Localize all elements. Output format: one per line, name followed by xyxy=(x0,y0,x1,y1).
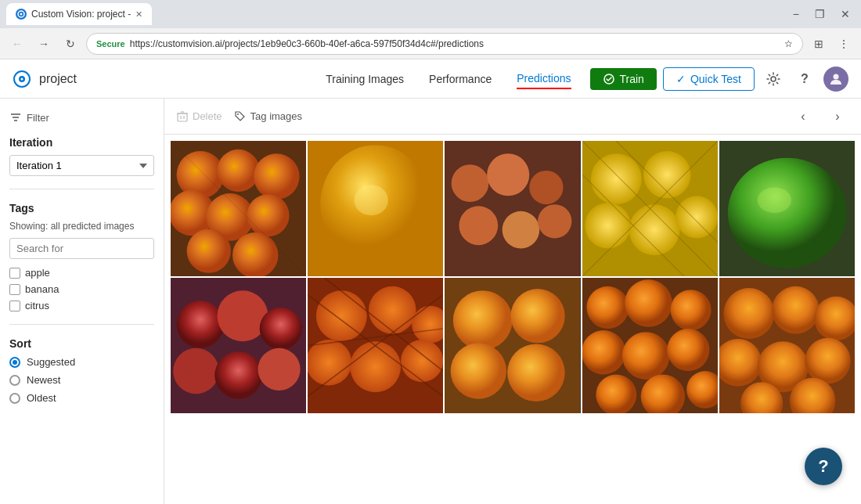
svg-point-24 xyxy=(187,229,231,273)
tag-checkbox-apple[interactable] xyxy=(9,268,20,279)
window-controls: − ❐ ✕ xyxy=(788,6,855,22)
svg-point-48 xyxy=(728,158,847,268)
image-cell-5[interactable] xyxy=(719,141,855,276)
prev-page-button[interactable]: ‹ xyxy=(792,106,814,128)
tag-item-citrus[interactable]: citrus xyxy=(9,300,154,311)
sort-section-title: Sort xyxy=(9,337,154,350)
quick-test-button[interactable]: ✓ Quick Test xyxy=(663,67,755,91)
iteration-select[interactable]: Iteration 1 Iteration 2 xyxy=(9,155,154,176)
image-cell-9[interactable] xyxy=(582,278,718,413)
app-logo-icon xyxy=(13,70,31,88)
svg-point-54 xyxy=(173,348,218,394)
tab-favicon xyxy=(16,9,27,20)
sort-oldest[interactable]: Oldest xyxy=(9,392,154,404)
svg-point-77 xyxy=(582,330,625,374)
app-logo: project xyxy=(13,70,77,88)
svg-point-20 xyxy=(254,153,299,199)
filter-label: Filter xyxy=(27,112,49,124)
tab-close-button[interactable]: ✕ xyxy=(135,9,142,20)
tab-title: Custom Vision: project - xyxy=(31,9,131,20)
gear-icon xyxy=(766,72,780,86)
user-icon xyxy=(829,72,843,86)
image-cell-8[interactable] xyxy=(445,278,580,413)
help-fab-button[interactable]: ? xyxy=(805,448,842,485)
refresh-button[interactable]: ↻ xyxy=(59,33,81,55)
browser-action-buttons: ⊞ ⋮ xyxy=(808,33,855,55)
header-actions: Train ✓ Quick Test ? xyxy=(590,67,849,92)
svg-point-89 xyxy=(805,338,850,383)
tag-label-apple: apple xyxy=(25,267,50,279)
svg-point-19 xyxy=(218,149,260,192)
tag-icon xyxy=(235,111,246,122)
image-cell-10[interactable] xyxy=(719,278,855,413)
image-cell-7[interactable] xyxy=(308,278,443,413)
url-text: https://customvision.ai/projects/1eb9e0c… xyxy=(130,38,780,49)
tag-checkbox-citrus[interactable] xyxy=(9,301,20,311)
minimize-button[interactable]: − xyxy=(788,6,804,22)
image-cell-3[interactable] xyxy=(445,141,580,276)
nav-bar: ← → ↻ Secure https://customvision.ai/pro… xyxy=(0,28,861,59)
svg-point-56 xyxy=(258,348,300,391)
nav-training-images[interactable]: Training Images xyxy=(326,70,404,88)
svg-point-41 xyxy=(629,204,679,255)
tag-label-citrus: citrus xyxy=(25,300,49,311)
svg-point-16 xyxy=(237,113,239,115)
svg-point-6 xyxy=(771,77,776,81)
close-button[interactable]: ✕ xyxy=(836,6,855,22)
filter-section[interactable]: Filter xyxy=(9,111,154,124)
radio-oldest[interactable] xyxy=(9,393,20,404)
svg-point-42 xyxy=(675,196,718,238)
image-cell-1[interactable] xyxy=(171,141,306,276)
search-input[interactable] xyxy=(9,238,154,259)
svg-point-55 xyxy=(214,351,262,399)
tag-item-banana[interactable]: banana xyxy=(9,283,154,295)
image-cell-2[interactable] xyxy=(308,141,443,276)
radio-inner xyxy=(13,360,17,365)
back-button[interactable]: ← xyxy=(6,33,28,55)
svg-point-78 xyxy=(621,332,669,380)
svg-point-51 xyxy=(177,301,225,348)
delete-button[interactable]: Delete xyxy=(177,110,222,122)
app-nav: Training Images Performance Predictions xyxy=(326,69,571,89)
svg-point-76 xyxy=(670,290,711,330)
svg-point-72 xyxy=(507,344,565,402)
main-layout: Filter Iteration Iteration 1 Iteration 2… xyxy=(0,99,861,504)
more-options-icon[interactable]: ⋮ xyxy=(833,33,855,55)
svg-point-1 xyxy=(20,13,23,16)
browser-chrome: Custom Vision: project - ✕ − ❐ ✕ ← → ↻ S… xyxy=(0,0,861,59)
svg-point-36 xyxy=(538,204,571,238)
tag-item-apple[interactable]: apple xyxy=(9,267,154,279)
svg-point-38 xyxy=(590,153,641,204)
svg-point-29 xyxy=(355,185,388,215)
svg-point-84 xyxy=(723,288,774,339)
radio-newest[interactable] xyxy=(9,375,20,386)
settings-button[interactable] xyxy=(761,67,786,92)
sort-oldest-label: Oldest xyxy=(27,392,56,404)
svg-point-40 xyxy=(585,203,630,248)
nav-predictions[interactable]: Predictions xyxy=(517,69,571,89)
restore-button[interactable]: ❐ xyxy=(810,6,830,22)
extensions-icon[interactable]: ⊞ xyxy=(808,33,830,55)
browser-tab[interactable]: Custom Vision: project - ✕ xyxy=(6,3,152,25)
tag-checkbox-banana[interactable] xyxy=(9,284,20,295)
checkmark-icon: ✓ xyxy=(676,73,686,85)
image-cell-6[interactable] xyxy=(171,278,306,413)
sort-newest[interactable]: Newest xyxy=(9,374,154,386)
forward-button[interactable]: → xyxy=(33,33,55,55)
svg-point-18 xyxy=(177,151,225,199)
address-bar[interactable]: Secure https://customvision.ai/projects/… xyxy=(86,33,803,55)
sort-suggested[interactable]: Suggested xyxy=(9,356,154,368)
next-page-button[interactable]: › xyxy=(827,106,848,128)
tag-images-button[interactable]: Tag images xyxy=(235,110,302,122)
radio-suggested[interactable] xyxy=(9,357,20,368)
help-button[interactable]: ? xyxy=(792,67,817,92)
image-grid xyxy=(164,135,861,419)
nav-performance[interactable]: Performance xyxy=(429,70,492,88)
train-button[interactable]: Train xyxy=(590,68,657,90)
user-avatar[interactable] xyxy=(823,67,848,92)
svg-point-80 xyxy=(596,375,636,414)
svg-point-74 xyxy=(586,286,629,329)
tag-images-label: Tag images xyxy=(250,110,302,122)
svg-point-85 xyxy=(772,286,820,334)
image-cell-4[interactable] xyxy=(582,141,718,276)
